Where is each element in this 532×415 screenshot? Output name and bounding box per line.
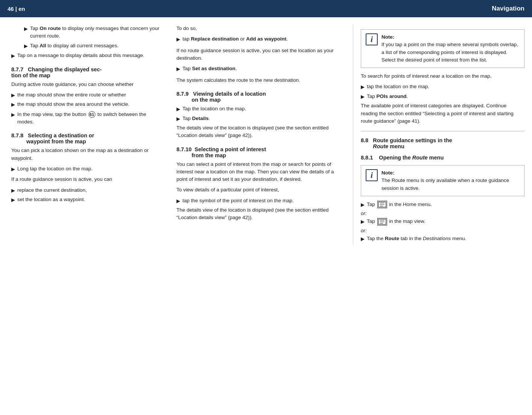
arrow-icon: ▶	[24, 42, 28, 50]
bullet-text: the map should show the entire route or …	[17, 91, 161, 99]
list-item: ▶ replace the current destination,	[11, 186, 161, 194]
section-877-intro: During active route guidance, you can ch…	[11, 81, 161, 88]
no-route-p: If no route guidance session is active, …	[176, 47, 345, 62]
note-content-2: Note: The Route menu is only available w…	[381, 169, 520, 192]
middle-column: To do so, ▶ tap Replace destination or A…	[169, 25, 353, 244]
note-content-1: Note: If you tap a point on the map wher…	[381, 33, 520, 64]
right-column: i Note: If you tap a point on the map wh…	[353, 25, 532, 244]
details-view-p: The details view of the location is disp…	[176, 124, 345, 140]
section-divider	[361, 131, 524, 131]
system-calc-p: The system calculates the route to the n…	[176, 77, 345, 84]
poi-search-p: To search for points of interest near a …	[361, 72, 524, 80]
bullet-text: Tap in the map view.	[367, 218, 524, 225]
arrow-icon: ▶	[11, 92, 15, 99]
poi-p1: You can select a point of interest from …	[176, 161, 345, 183]
left-column: ▶ Tap On route to display only messages …	[0, 25, 169, 244]
bullet-text: replace the current destination,	[17, 186, 161, 194]
note-box-2: i Note: The Route menu is only available…	[361, 165, 524, 196]
list-item: ▶ the map should show the entire route o…	[11, 91, 161, 99]
note-label-1: Note:	[381, 34, 395, 40]
arrow-icon: ▶	[11, 187, 15, 194]
note-label-2: Note:	[381, 170, 395, 176]
arrow-icon: ▶	[176, 105, 180, 113]
section-877-heading: 8.7.7 Changing the displayed sec-tion of…	[11, 66, 161, 78]
bullet-text: Tap POIs around.	[367, 93, 524, 100]
section-881-heading: 8.8.1 Opening the Route menu	[361, 155, 524, 161]
bullet-text: tap the symbol of the point of interest …	[182, 197, 345, 204]
list-item: ▶ tap the location on the map.	[361, 83, 524, 91]
note-icon-1: i	[366, 33, 378, 45]
bullet-text: Tap the Route tab in the Destinations me…	[367, 235, 524, 242]
section-878-p1: If a route guidance session is active, y…	[11, 176, 161, 183]
list-item: ▶ Tap All to display all current message…	[24, 42, 161, 50]
list-item: ▶ In the map view, tap the button 61 to …	[11, 111, 161, 126]
list-item: ▶ Tap Set as destination.	[176, 65, 345, 73]
note-icon-2: i	[366, 169, 378, 181]
arrow-icon: ▶	[24, 25, 28, 33]
section-879-heading: 8.7.9 Viewing details of a location on t…	[176, 91, 345, 103]
list-item: ▶ Tap in the map view.	[361, 218, 524, 226]
poi-categories-p: The available point of interest categori…	[361, 102, 524, 125]
bullet-text: In the map view, tap the button 61 to sw…	[17, 111, 161, 126]
arrow-icon: ▶	[361, 201, 365, 209]
page-number: 46 | en	[8, 6, 25, 12]
list-item: ▶ Tap on a message to display details ab…	[11, 52, 161, 60]
or-label-1: or:	[361, 211, 524, 216]
list-item: ▶ Tap POIs around.	[361, 93, 524, 101]
page-title: Navigation	[492, 5, 524, 12]
arrow-icon: ▶	[176, 36, 180, 43]
section-88-heading: 8.8 Route guidance settings in the Route…	[361, 137, 524, 149]
bullet-text: Tap On route to display only messages th…	[30, 25, 161, 40]
bullet-text: Long tap the location on the map.	[17, 165, 161, 173]
note-text-1: If you tap a point on the map where seve…	[381, 42, 518, 63]
list-item: ▶ Long tap the location on the map.	[11, 165, 161, 173]
poi-p2: To view details of a particular point of…	[176, 186, 345, 194]
section-8710-heading: 8.7.10 Selecting a point of interest fro…	[176, 146, 345, 158]
header: 46 | en Navigation	[0, 0, 532, 17]
arrow-icon: ▶	[11, 111, 15, 119]
bullet-text: tap the location on the map.	[367, 83, 524, 90]
arrow-icon: ▶	[11, 165, 15, 173]
arrow-icon: ▶	[361, 83, 365, 91]
content-area: ▶ Tap On route to display only messages …	[0, 17, 532, 244]
bullet-text: Tap Details.	[182, 115, 345, 122]
bullet-text: tap Replace destination or Add as way­po…	[182, 35, 345, 43]
poi-p3: The details view of the location is disp…	[176, 206, 345, 222]
page-wrapper: 46 | en Navigation ▶ Tap On route to dis…	[0, 0, 532, 244]
bullet-text: Tap in the Home menu.	[367, 201, 524, 208]
or-label-2: or:	[361, 228, 524, 233]
arrow-icon: ▶	[361, 218, 365, 226]
arrow-icon: ▶	[176, 197, 180, 205]
list-item: ▶ set the location as a waypoint.	[11, 196, 161, 204]
arrow-icon: ▶	[176, 65, 180, 73]
bullet-text: Tap Set as destination.	[182, 65, 345, 72]
todo-p: To do so,	[176, 25, 345, 32]
note-box-1: i Note: If you tap a point on the map wh…	[361, 29, 524, 68]
bullet-text: set the location as a waypoint.	[17, 196, 161, 203]
list-item: ▶ Tap the location on the map.	[176, 105, 345, 113]
section-878-intro: You can pick a location shown on the map…	[11, 147, 161, 162]
section-878-heading: 8.7.8 Selecting a destination or waypoin…	[11, 132, 161, 144]
arrow-icon: ▶	[11, 101, 15, 108]
list-item: ▶ Tap in the Home menu.	[361, 201, 524, 209]
list-item: ▶ tap Replace destination or Add as way­…	[176, 35, 345, 43]
bullet-text: the map should show the area around the …	[17, 101, 161, 108]
note-text-2: The Route menu is only available when a …	[381, 177, 509, 191]
list-item: ▶ the map should show the area around th…	[11, 101, 161, 108]
list-item: ▶ Tap Details.	[176, 115, 345, 123]
bullet-text: Tap All to display all current messages.	[30, 42, 161, 50]
arrow-icon: ▶	[361, 93, 365, 101]
arrow-icon: ▶	[11, 52, 15, 60]
arrow-icon: ▶	[176, 115, 180, 123]
arrow-icon: ▶	[361, 235, 365, 243]
list-item: ▶ tap the symbol of the point of interes…	[176, 197, 345, 205]
list-item: ▶ Tap the Route tab in the Destinations …	[361, 235, 524, 243]
arrow-icon: ▶	[11, 196, 15, 204]
bullet-text: Tap on a message to display details abou…	[17, 52, 161, 59]
list-item: ▶ Tap On route to display only messages …	[24, 25, 161, 40]
bullet-text: Tap the location on the map.	[182, 105, 345, 113]
